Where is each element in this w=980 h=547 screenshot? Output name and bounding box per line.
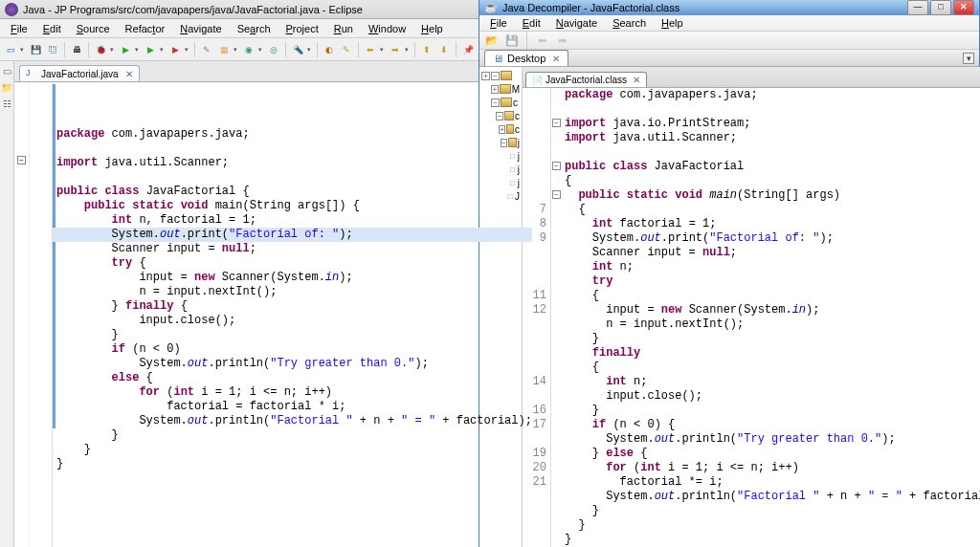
menu-help[interactable]: Help [413,21,451,36]
close-tab-icon[interactable]: ✕ [125,69,133,79]
print-icon[interactable]: 🖶 [69,42,84,57]
jd-outer-tab-bar: 🖥 Desktop ✕ ▾ [479,50,979,67]
prev-annotation-icon[interactable]: ⬆ [419,42,434,57]
eclipse-window: Java - JP Programs/src/com/javapapers/ja… [0,0,479,547]
jd-code-content[interactable]: package com.javapapers.java; import java… [563,88,980,547]
close-icon[interactable]: ✕ [953,0,974,15]
jd-window: ☕ Java Decompiler - JavaFactorial.class … [479,0,980,547]
minimize-icon[interactable]: — [907,0,928,15]
menu-search[interactable]: Search [230,21,278,36]
eclipse-editor[interactable]: − package com.javapapers.java; import ja… [14,82,532,547]
ext-tools-icon[interactable]: ▶ [167,42,183,57]
new-package-icon[interactable]: ▦ [216,42,232,57]
open-type-icon[interactable]: ◎ [266,42,281,57]
jd-back-icon[interactable]: ⬅ [533,32,550,49]
maximize-icon[interactable]: □ [930,0,951,15]
jd-editor[interactable]: 789 1112 14 1617 192021 − − − package co… [523,88,980,547]
eclipse-code-content[interactable]: package com.javapapers.java; import java… [56,127,532,471]
jd-fold-column: − − − [551,88,563,547]
close-desktop-icon[interactable]: ✕ [552,54,560,64]
eclipse-menubar: File Edit Source Refactor Navigate Searc… [0,19,479,38]
desktop-icon: 🖥 [493,53,503,64]
task-icon[interactable]: ◐ [322,42,337,57]
eclipse-titlebar: Java - JP Programs/src/com/javapapers/ja… [0,0,479,19]
jd-menubar: File Edit Navigate Search Help [479,15,979,32]
jd-menu-search[interactable]: Search [605,15,654,31]
hierarchy-icon[interactable]: ☷ [0,98,13,112]
search-icon[interactable]: 🔦 [290,42,305,57]
eclipse-title-text: Java - JP Programs/src/com/javapapers/ja… [23,4,363,15]
jd-inner-tab-bar: 📄 JavaFactorial.class ✕ ▾ [523,67,980,88]
package-explorer-icon[interactable]: 📁 [0,82,13,96]
jd-titlebar[interactable]: ☕ Java Decompiler - JavaFactorial.class … [479,0,979,15]
package-icon [501,71,512,80]
pin-icon[interactable]: 📌 [460,42,476,57]
change-marker [53,84,56,428]
fold-collapse-icon[interactable]: − [552,190,561,199]
debug-icon[interactable]: 🐞 [93,42,108,57]
expand-icon[interactable]: + [481,72,490,80]
eclipse-tab-bar: J JavaFactorial.java ✕ [14,61,532,82]
fold-collapse-icon[interactable]: − [552,162,561,170]
back-icon[interactable]: ⬅ [363,42,378,57]
save-icon[interactable]: 💾 [28,42,43,57]
jd-class-tab[interactable]: 📄 JavaFactorial.class ✕ [525,72,647,87]
run-icon[interactable]: ▶ [118,42,133,57]
jd-title-text: Java Decompiler - JavaFactorial.class [502,2,679,13]
jd-toolbar: 📂 💾 ⬅ ➡ [479,32,979,50]
wand-icon[interactable]: ✎ [199,42,214,57]
jd-menu-file[interactable]: File [482,15,515,31]
jd-menu-navigate[interactable]: Navigate [548,15,605,31]
next-annotation-icon[interactable]: ⬇ [436,42,452,57]
toggle-mark-icon[interactable]: ✎ [339,42,354,57]
new-icon[interactable]: ▭ [3,42,18,57]
menu-file[interactable]: File [3,21,35,36]
close-tab-icon[interactable]: ✕ [633,75,640,85]
jd-save-icon[interactable]: 💾 [503,32,521,49]
java-file-icon: J [26,68,37,79]
menu-window[interactable]: Window [361,21,413,36]
tab-label: JavaFactorial.java [41,69,119,79]
expand-icon[interactable]: − [491,72,500,80]
forward-icon[interactable]: ➡ [388,42,403,57]
jd-open-icon[interactable]: 📂 [483,32,501,49]
eclipse-toolbar: ▭▾ 💾 ⿻ 🖶 🐞▾ ▶▾ ▶▾ ▶▾ ✎ ▦▾ ◉▾ ◎ 🔦▾ ◐ ✎ ⬅▾… [0,38,479,61]
fold-collapse-icon[interactable]: − [552,119,561,127]
menu-refactor[interactable]: Refactor [118,21,173,36]
eclipse-gutter: − [14,82,53,547]
restore-icon[interactable]: ▭ [0,66,13,79]
new-class-icon[interactable]: ◉ [241,42,256,57]
class-file-icon: 📄 [532,76,543,85]
menu-edit[interactable]: Edit [35,21,69,36]
menu-project[interactable]: Project [278,21,326,36]
jd-menu-edit[interactable]: Edit [515,15,548,31]
eclipse-left-trim: ▭ 📁 ☷ [0,61,14,547]
eclipse-icon [5,3,18,16]
jd-menu-help[interactable]: Help [654,15,691,31]
menu-run[interactable]: Run [326,21,361,36]
jd-desktop-tab[interactable]: 🖥 Desktop ✕ [484,50,568,66]
save-all-icon[interactable]: ⿻ [45,42,60,57]
jd-app-icon: ☕ [484,1,498,14]
run-last-icon[interactable]: ▶ [143,42,158,57]
tab-javafactorial[interactable]: J JavaFactorial.java ✕ [19,65,140,81]
jd-forward-icon[interactable]: ➡ [553,32,570,49]
menu-source[interactable]: Source [69,21,118,36]
fold-collapse-icon[interactable]: − [17,156,26,164]
tab-dropdown-icon[interactable]: ▾ [963,53,974,64]
menu-navigate[interactable]: Navigate [172,21,229,36]
